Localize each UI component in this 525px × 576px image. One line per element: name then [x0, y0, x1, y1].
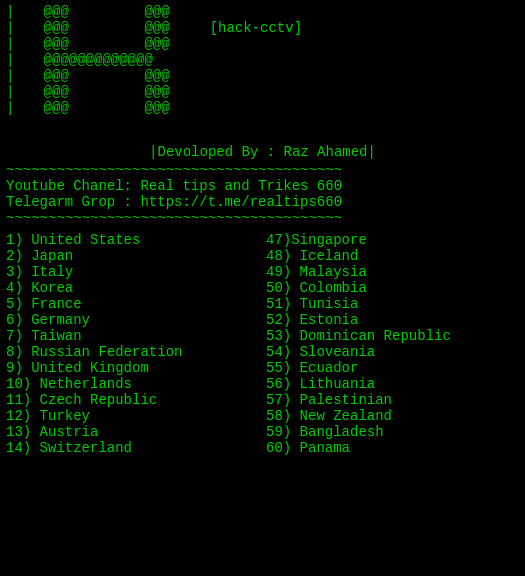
hack-cctv-label: [hack-cctv] [210, 20, 302, 36]
logo-left-3: @@@ @@@ [18, 36, 169, 52]
logo-line-3: | @@@ @@@ [6, 36, 519, 52]
pipe-4: | [6, 52, 14, 68]
country-left-11: 11) Czech Republic [6, 392, 266, 408]
country-left-14: 14) Switzerland [6, 440, 266, 456]
country-row-13: 13) Austria59) Bangladesh [6, 424, 519, 440]
country-left-8: 8) Russian Federation [6, 344, 266, 360]
country-row-2: 3) Italy49) Malaysia [6, 264, 519, 280]
country-right-8: 54) Sloveania [266, 344, 375, 360]
country-row-14: 14) Switzerland60) Panama [6, 440, 519, 456]
country-left-2: 3) Italy [6, 264, 266, 280]
country-left-3: 4) Korea [6, 280, 266, 296]
logo-left-6: @@@ @@@ [18, 84, 169, 100]
youtube-line: Youtube Chanel: Real tips and Trikes 660 [6, 178, 519, 194]
logo-line-5: | @@@ @@@ [6, 68, 519, 84]
logo-line-6: | @@@ @@@ [6, 84, 519, 100]
country-row-0: 1) United States47)Singapore [6, 232, 519, 248]
dev-line: |Devoloped By : Raz Ahamed| [6, 144, 519, 160]
logo-section: | @@@ @@@ | @@@ @@@ [hack-cctv] | @@@ @@… [6, 4, 519, 116]
countries-section: 1) United States47)Singapore2) Japan48) … [6, 232, 519, 456]
country-row-3: 4) Korea50) Colombia [6, 280, 519, 296]
telegram-line: Telegarm Grop : https://t.me/realtips660 [6, 194, 519, 210]
country-right-14: 60) Panama [266, 440, 350, 456]
country-row-9: 9) United Kingdom55) Ecuador [6, 360, 519, 376]
logo-left-7: @@@ @@@ [18, 100, 169, 116]
logo-left-1: @@@ @@@ [18, 4, 169, 20]
country-left-6: 7) Taiwan [6, 328, 266, 344]
pipe-6: | [6, 84, 14, 100]
country-right-5: 52) Estonia [266, 312, 358, 328]
country-left-1: 2) Japan [6, 248, 266, 264]
country-left-5: 6) Germany [6, 312, 266, 328]
country-right-4: 51) Tunisia [266, 296, 358, 312]
country-right-0: 47)Singapore [266, 232, 367, 248]
logo-left-5: @@@ @@@ [18, 68, 169, 84]
tilde-separator-2: ~~~~~~~~~~~~~~~~~~~~~~~~~~~~~~~~~~~~~~~~ [6, 210, 519, 226]
country-left-13: 13) Austria [6, 424, 266, 440]
country-row-11: 11) Czech Republic57) Palestinian [6, 392, 519, 408]
logo-left-2: @@@ @@@ [18, 20, 169, 36]
country-right-3: 50) Colombia [266, 280, 367, 296]
country-left-12: 12) Turkey [6, 408, 266, 424]
blank-1 [6, 120, 519, 136]
country-left-9: 9) United Kingdom [6, 360, 266, 376]
country-right-9: 55) Ecuador [266, 360, 358, 376]
main-container: | @@@ @@@ | @@@ @@@ [hack-cctv] | @@@ @@… [0, 0, 525, 460]
country-row-12: 12) Turkey58) New Zealand [6, 408, 519, 424]
country-right-11: 57) Palestinian [266, 392, 392, 408]
pipe-7: | [6, 100, 14, 116]
country-row-10: 10) Netherlands56) Lithuania [6, 376, 519, 392]
country-right-1: 48) Iceland [266, 248, 358, 264]
logo-line-1: | @@@ @@@ [6, 4, 519, 20]
pipe-3: | [6, 36, 14, 52]
tilde-separator-1: ~~~~~~~~~~~~~~~~~~~~~~~~~~~~~~~~~~~~~~~~ [6, 162, 519, 178]
country-left-0: 1) United States [6, 232, 266, 248]
country-left-10: 10) Netherlands [6, 376, 266, 392]
logo-line-2: | @@@ @@@ [hack-cctv] [6, 20, 519, 36]
pipe-2: | [6, 20, 14, 36]
pipe-5: | [6, 68, 14, 84]
country-row-4: 5) France51) Tunisia [6, 296, 519, 312]
country-row-5: 6) Germany52) Estonia [6, 312, 519, 328]
country-right-10: 56) Lithuania [266, 376, 375, 392]
country-row-6: 7) Taiwan53) Dominican Republic [6, 328, 519, 344]
country-row-1: 2) Japan48) Iceland [6, 248, 519, 264]
logo-left-4: @@@@@@@@@@@@@ [18, 52, 152, 68]
country-right-6: 53) Dominican Republic [266, 328, 451, 344]
country-row-8: 8) Russian Federation54) Sloveania [6, 344, 519, 360]
country-right-13: 59) Bangladesh [266, 424, 384, 440]
country-left-4: 5) France [6, 296, 266, 312]
logo-line-4: | @@@@@@@@@@@@@ [6, 52, 519, 68]
pipe-1: | [6, 4, 14, 20]
logo-line-7: | @@@ @@@ [6, 100, 519, 116]
country-right-12: 58) New Zealand [266, 408, 392, 424]
country-right-2: 49) Malaysia [266, 264, 367, 280]
countries-grid: 1) United States47)Singapore2) Japan48) … [6, 232, 519, 456]
